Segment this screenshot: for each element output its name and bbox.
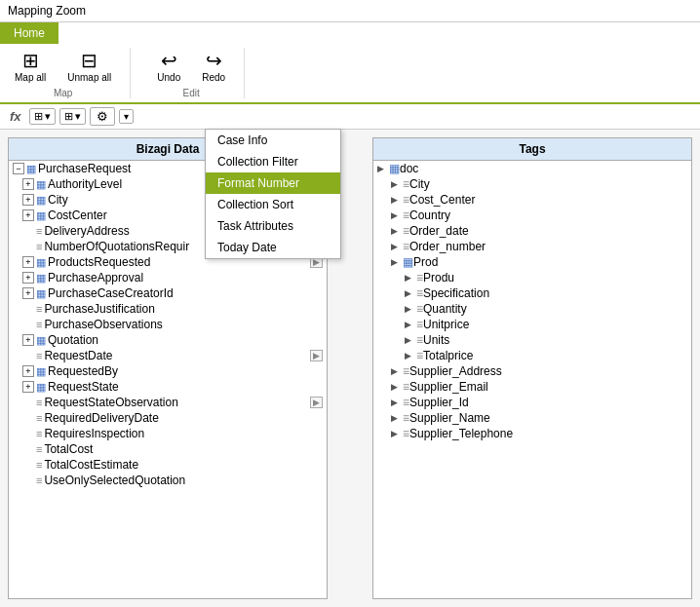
tag-item-doc[interactable]: ▶▦doc bbox=[373, 161, 691, 176]
ribbon: Home ⊞ Map all ⊟ Unmap all Map ↩ Undo bbox=[0, 22, 700, 104]
bizagi-item-request-date[interactable]: ≡RequestDate▶ bbox=[9, 348, 327, 363]
tag-item-supplier-email[interactable]: ▶≡Supplier_Email bbox=[373, 379, 691, 395]
table-icon: ▦ bbox=[26, 163, 36, 175]
tag-item-supplier-address[interactable]: ▶≡Supplier_Address bbox=[373, 363, 691, 379]
bizagi-item-total-cost-estimate[interactable]: ≡TotalCostEstimate bbox=[9, 457, 327, 473]
item-label: RequestDate bbox=[44, 349, 112, 362]
ribbon-content: ⊞ Map all ⊟ Unmap all Map ↩ Undo ↪ Redo bbox=[0, 44, 700, 102]
dropdown-item-task-attributes[interactable]: Task Attributes bbox=[206, 215, 340, 237]
item-label: RequestedBy bbox=[48, 364, 118, 378]
bizagi-item-purchase-approval[interactable]: +▦PurchaseApproval bbox=[9, 270, 327, 285]
dropdown-item-format-number[interactable]: Format Number bbox=[206, 172, 340, 194]
field-icon: ≡ bbox=[36, 225, 42, 237]
dropdown-item-today-date[interactable]: Today Date bbox=[206, 237, 340, 258]
tag-item-produ[interactable]: ▶≡Produ bbox=[373, 270, 691, 285]
tag-label: City bbox=[409, 177, 430, 191]
bizagi-item-request-state-obs[interactable]: ≡RequestStateObservation▶ bbox=[9, 395, 327, 410]
bizagi-item-requires-inspection[interactable]: ≡RequiresInspection bbox=[9, 426, 327, 441]
tag-item-totalprice[interactable]: ▶≡Totalprice bbox=[373, 348, 691, 363]
tag-label: Supplier_Address bbox=[409, 364, 502, 378]
dropdown-item-case-info[interactable]: Case Info bbox=[206, 130, 340, 151]
tag-item-tag-city[interactable]: ▶≡City bbox=[373, 176, 691, 192]
bizagi-item-purchase-case-creator[interactable]: +▦PurchaseCaseCreatorId bbox=[9, 285, 327, 301]
window-title: Mapping Zoom bbox=[8, 4, 86, 18]
tag-label: Supplier_Telephone bbox=[409, 427, 513, 440]
expander-icon[interactable]: + bbox=[22, 381, 34, 393]
tag-item-cost-center[interactable]: ▶≡Cost_Center bbox=[373, 192, 691, 208]
tag-item-country[interactable]: ▶≡Country bbox=[373, 208, 691, 223]
expander-icon[interactable]: + bbox=[22, 272, 34, 284]
field-icon: ≡ bbox=[416, 302, 423, 316]
tag-expand-arrow: ▶ bbox=[391, 195, 401, 205]
table-icon: ▦ bbox=[36, 178, 46, 191]
field-icon: ≡ bbox=[416, 333, 423, 347]
tag-expand-arrow: ▶ bbox=[405, 304, 414, 314]
expander-icon[interactable]: + bbox=[22, 178, 34, 190]
tag-item-prod[interactable]: ▶▦Prod bbox=[373, 254, 691, 270]
undo-button[interactable]: ↩ Undo bbox=[150, 48, 187, 86]
bizagi-item-purchase-justification[interactable]: ≡PurchaseJustification bbox=[9, 301, 327, 317]
tag-expand-arrow: ▶ bbox=[405, 320, 414, 329]
tag-expand-arrow: ▶ bbox=[391, 210, 401, 220]
formula-bar: fx ⊞ ▾ ⊞ ▾ ⚙ ▾ Case InfoCollection Filte… bbox=[0, 104, 700, 130]
table-icon: ▦ bbox=[36, 209, 46, 222]
unmap-all-button[interactable]: ⊟ Unmap all bbox=[60, 48, 118, 86]
fx-label: fx bbox=[6, 109, 25, 124]
tag-item-supplier-id[interactable]: ▶≡Supplier_Id bbox=[373, 395, 691, 410]
expander-icon[interactable]: + bbox=[22, 256, 34, 268]
formula-dropdown-2[interactable]: ⊞ ▾ bbox=[59, 108, 86, 125]
dropdown-menu: Case InfoCollection FilterFormat NumberC… bbox=[205, 129, 341, 259]
bizagi-item-purchase-observations[interactable]: ≡PurchaseObservations bbox=[9, 317, 327, 332]
field-icon: ≡ bbox=[36, 241, 42, 252]
dropdown-item-collection-filter[interactable]: Collection Filter bbox=[206, 151, 340, 172]
gear-button[interactable]: ⚙ bbox=[90, 107, 115, 126]
tag-item-supplier-telephone[interactable]: ▶≡Supplier_Telephone bbox=[373, 426, 691, 441]
redo-button[interactable]: ↪ Redo bbox=[195, 48, 232, 86]
tag-item-quantity[interactable]: ▶≡Quantity bbox=[373, 301, 691, 317]
tab-home[interactable]: Home bbox=[0, 22, 58, 44]
expander-icon[interactable]: + bbox=[22, 209, 34, 221]
bizagi-item-use-only-selected[interactable]: ≡UseOnlySelectedQuotation bbox=[9, 473, 327, 488]
expander-icon[interactable]: + bbox=[22, 365, 34, 377]
item-label: PurchaseApproval bbox=[48, 271, 143, 285]
formula-dropdown-1[interactable]: ⊞ ▾ bbox=[29, 108, 56, 125]
tag-expand-arrow: ▶ bbox=[377, 164, 387, 173]
tag-expand-arrow: ▶ bbox=[391, 257, 401, 267]
item-label: CostCenter bbox=[48, 209, 107, 222]
bizagi-item-quotation[interactable]: +▦Quotation bbox=[9, 332, 327, 348]
tag-item-supplier-name[interactable]: ▶≡Supplier_Name bbox=[373, 410, 691, 426]
bizagi-item-requested-by[interactable]: +▦RequestedBy bbox=[9, 363, 327, 379]
expander-icon[interactable]: + bbox=[22, 287, 34, 299]
undo-icon: ↩ bbox=[161, 51, 177, 70]
table-icon: ▦ bbox=[36, 194, 46, 207]
field-icon: ≡ bbox=[36, 397, 42, 408]
bizagi-item-request-state[interactable]: +▦RequestState bbox=[9, 379, 327, 395]
ribbon-edit-buttons: ↩ Undo ↪ Redo bbox=[150, 48, 232, 86]
tag-label: Supplier_Name bbox=[409, 411, 490, 425]
map-all-button[interactable]: ⊞ Map all bbox=[8, 48, 53, 86]
map-arrow-button[interactable]: ▶ bbox=[310, 397, 323, 408]
expander-icon[interactable]: + bbox=[22, 334, 34, 346]
tag-item-order-number[interactable]: ▶≡Order_number bbox=[373, 239, 691, 254]
field-icon: ≡ bbox=[36, 443, 42, 455]
tag-label: Prod bbox=[413, 255, 438, 269]
bizagi-item-total-cost[interactable]: ≡TotalCost bbox=[9, 441, 327, 457]
tag-item-units[interactable]: ▶≡Units bbox=[373, 332, 691, 348]
expander-icon[interactable]: − bbox=[13, 163, 24, 174]
map-arrow-button[interactable]: ▶ bbox=[310, 350, 323, 361]
dropdown-arrow-button[interactable]: ▾ bbox=[119, 109, 134, 124]
expander-icon[interactable]: + bbox=[22, 194, 34, 206]
dropdown-item-collection-sort[interactable]: Collection Sort bbox=[206, 194, 340, 215]
map-group-label: Map bbox=[54, 88, 72, 98]
tag-item-specification[interactable]: ▶≡Specification bbox=[373, 285, 691, 301]
tag-item-unitprice[interactable]: ▶≡Unitprice bbox=[373, 317, 691, 332]
field-icon: ≡ bbox=[403, 380, 409, 394]
item-label: PurchaseCaseCreatorId bbox=[48, 286, 174, 300]
tag-expand-arrow: ▶ bbox=[405, 335, 414, 345]
tag-label: Order_number bbox=[409, 240, 486, 253]
field-icon: ≡ bbox=[403, 411, 409, 425]
tag-expand-arrow: ▶ bbox=[391, 429, 401, 438]
tag-item-order-date[interactable]: ▶≡Order_date bbox=[373, 223, 691, 239]
item-label: RequestStateObservation bbox=[44, 396, 177, 409]
bizagi-item-required-delivery[interactable]: ≡RequiredDeliveryDate bbox=[9, 410, 327, 426]
